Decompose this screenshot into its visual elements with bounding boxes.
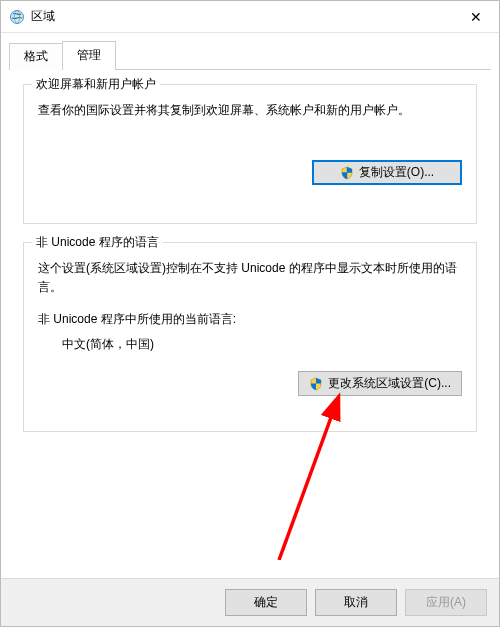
group-non-unicode-desc: 这个设置(系统区域设置)控制在不支持 Unicode 的程序中显示文本时所使用的…: [38, 259, 462, 297]
cancel-button[interactable]: 取消: [315, 589, 397, 616]
shield-icon: [309, 377, 323, 391]
close-button[interactable]: ✕: [453, 1, 499, 33]
svg-point-0: [11, 10, 24, 23]
ok-button[interactable]: 确定: [225, 589, 307, 616]
group-welcome-accounts: 欢迎屏幕和新用户帐户 查看你的国际设置并将其复制到欢迎屏幕、系统帐户和新的用户帐…: [23, 84, 477, 224]
group-non-unicode-title: 非 Unicode 程序的语言: [32, 234, 163, 251]
tabs-container: 格式 管理 欢迎屏幕和新用户帐户 查看你的国际设置并将其复制到欢迎屏幕、系统帐户…: [1, 33, 499, 584]
titlebar: 区域 ✕: [1, 1, 499, 33]
apply-button[interactable]: 应用(A): [405, 589, 487, 616]
current-language-value: 中文(简体，中国): [38, 336, 462, 353]
tab-admin[interactable]: 管理: [62, 41, 116, 70]
copy-settings-label: 复制设置(O)...: [359, 164, 434, 181]
close-icon: ✕: [470, 10, 482, 24]
change-system-locale-label: 更改系统区域设置(C)...: [328, 375, 451, 392]
svg-line-2: [279, 412, 333, 560]
group-welcome-title: 欢迎屏幕和新用户帐户: [32, 76, 160, 93]
current-language-label: 非 Unicode 程序中所使用的当前语言:: [38, 311, 462, 328]
tab-content-admin: 欢迎屏幕和新用户帐户 查看你的国际设置并将其复制到欢迎屏幕、系统帐户和新的用户帐…: [9, 70, 491, 584]
shield-icon: [340, 166, 354, 180]
group-non-unicode: 非 Unicode 程序的语言 这个设置(系统区域设置)控制在不支持 Unico…: [23, 242, 477, 432]
dialog-footer: 确定 取消 应用(A): [1, 578, 499, 626]
change-system-locale-button[interactable]: 更改系统区域设置(C)...: [298, 371, 462, 396]
window-title: 区域: [31, 8, 453, 25]
tab-format[interactable]: 格式: [9, 43, 63, 70]
globe-icon: [9, 9, 25, 25]
tab-strip: 格式 管理: [9, 41, 491, 70]
copy-settings-button[interactable]: 复制设置(O)...: [312, 160, 462, 185]
group-welcome-desc: 查看你的国际设置并将其复制到欢迎屏幕、系统帐户和新的用户帐户。: [38, 101, 462, 120]
